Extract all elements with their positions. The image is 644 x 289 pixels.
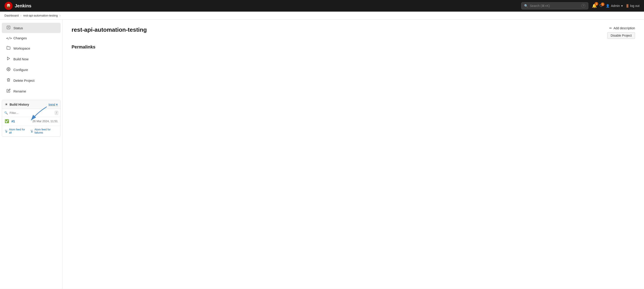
sidebar-item-build-now[interactable]: Build Now: [2, 54, 60, 64]
chevron-down-icon: ▾: [621, 4, 623, 7]
sidebar-configure-label: Configure: [14, 68, 28, 72]
top-actions: ✏ Add description Disable Project: [607, 26, 635, 39]
build-success-icon: ✅: [5, 119, 9, 123]
sidebar-delete-label: Delete Project: [14, 79, 34, 82]
disable-project-button[interactable]: Disable Project: [607, 32, 635, 39]
sidebar-item-changes[interactable]: </> Changes: [2, 33, 60, 43]
page-layout: Status </> Changes Workspace Build Now: [0, 20, 644, 289]
build-now-icon: [6, 56, 11, 61]
app-logo[interactable]: Jenkins: [4, 2, 31, 10]
search-bar[interactable]: 🔍 ?: [521, 2, 588, 9]
search-help-icon[interactable]: ?: [582, 4, 586, 8]
sidebar-item-configure[interactable]: Configure: [2, 64, 60, 75]
status-icon: [6, 25, 11, 30]
jenkins-logo-icon: [4, 2, 12, 10]
atom-feeds: 📡 Atom feed for all 📡 Atom feed for fail…: [2, 126, 60, 136]
sidebar-status-label: Status: [14, 26, 23, 30]
trend-chevron-icon: ▾: [56, 103, 58, 106]
atom-feed-all-link[interactable]: 📡 Atom feed for all: [5, 128, 26, 134]
user-menu[interactable]: 👤 Admin ▾: [606, 4, 623, 7]
user-label: Admin: [611, 4, 620, 7]
annotation-arrow: [24, 106, 51, 123]
user-icon: 👤: [606, 4, 610, 7]
build-number-link[interactable]: #1: [12, 119, 15, 123]
svg-point-5: [9, 5, 10, 6]
sidebar-item-rename[interactable]: Rename: [2, 86, 60, 96]
app-header: Jenkins 🔍 ? 🔔 1 🛡 1 👤 Admin ▾ 🚪 log out: [0, 0, 644, 11]
header-icons: 🔔 1 🛡 1 👤 Admin ▾ 🚪 log out: [592, 3, 640, 8]
sidebar-item-workspace[interactable]: Workspace: [2, 43, 60, 53]
sidebar-rename-label: Rename: [14, 89, 26, 93]
changes-icon: </>: [6, 36, 11, 40]
delete-icon: [6, 78, 11, 83]
search-icon: 🔍: [524, 4, 528, 7]
sidebar-build-now-label: Build Now: [14, 57, 28, 61]
app-name: Jenkins: [15, 3, 31, 8]
breadcrumb: Dashboard › rest-api-automation-testing …: [0, 11, 644, 20]
sidebar-item-delete-project[interactable]: Delete Project: [2, 75, 60, 85]
breadcrumb-project[interactable]: rest-api-automation-testing: [23, 14, 58, 17]
security-button[interactable]: 🛡 1: [600, 4, 603, 8]
svg-point-10: [8, 69, 9, 70]
permalinks-title: Permalinks: [72, 40, 635, 49]
filter-shortcut: /: [55, 111, 58, 115]
logout-icon: 🚪: [626, 4, 629, 7]
logout-label: log out: [630, 4, 640, 7]
svg-marker-9: [8, 57, 10, 60]
add-description-button[interactable]: ✏ Add description: [609, 26, 635, 30]
build-history-sun-icon: ☀: [5, 102, 8, 106]
breadcrumb-sep-1: ›: [20, 14, 22, 17]
sidebar-workspace-label: Workspace: [14, 46, 30, 50]
build-item-wrapper: ✅ #1 26 Mar 2024, 11:51: [2, 117, 60, 126]
breadcrumb-dashboard[interactable]: Dashboard: [4, 14, 19, 17]
workspace-icon: [6, 46, 11, 51]
notifications-button[interactable]: 🔔 1: [592, 3, 597, 8]
search-input[interactable]: [530, 4, 580, 7]
filter-search-icon: 🔍: [4, 111, 8, 115]
sidebar-changes-label: Changes: [14, 36, 27, 40]
breadcrumb-sep-2: ›: [60, 14, 60, 17]
pencil-icon: ✏: [609, 26, 612, 30]
atom-failures-icon: 📡: [30, 130, 34, 133]
main-content: ✏ Add description Disable Project rest-a…: [62, 20, 644, 289]
sidebar: Status </> Changes Workspace Build Now: [0, 20, 62, 289]
project-title: rest-api-automation-testing: [72, 26, 635, 33]
svg-point-4: [8, 5, 8, 6]
atom-all-icon: 📡: [5, 130, 8, 133]
security-badge: 1: [601, 2, 604, 6]
notifications-badge: 1: [594, 2, 598, 5]
logout-button[interactable]: 🚪 log out: [626, 4, 640, 7]
rename-icon: [6, 89, 11, 94]
atom-feed-failures-link[interactable]: 📡 Atom feed for failures: [30, 128, 58, 134]
sidebar-item-status[interactable]: Status: [2, 23, 60, 33]
configure-icon: [6, 67, 11, 72]
build-history-panel: ☀ Build History trend ▾ 🔍 /: [2, 100, 60, 137]
